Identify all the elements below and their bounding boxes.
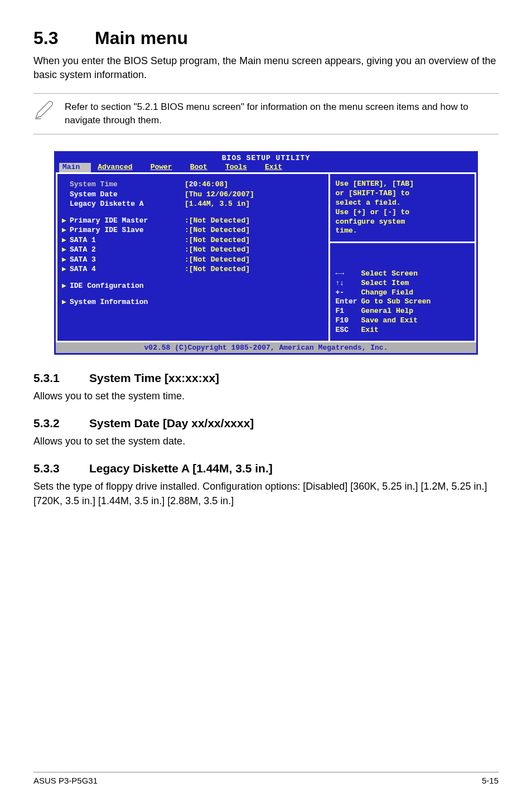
section-title-text: Main menu xyxy=(95,28,188,48)
help-text: Use [+] or [-] to xyxy=(336,208,469,218)
help-key-row: +-Change Field xyxy=(336,288,469,298)
intro-paragraph: When you enter the BIOS Setup program, t… xyxy=(33,54,499,82)
bios-label: SATA 1 xyxy=(70,236,96,244)
bios-row-sata1[interactable]: ▶SATA 1 :[Not Detected] xyxy=(62,235,324,245)
bios-tab-tools[interactable]: Tools xyxy=(222,163,258,172)
bios-label: Primary IDE Slave xyxy=(70,226,144,234)
bios-row-system-date[interactable]: System Date [Thu 12/06/2007] xyxy=(62,190,324,200)
bios-row-sata2[interactable]: ▶SATA 2 :[Not Detected] xyxy=(62,245,324,255)
bios-row-system-info[interactable]: ▶System Information xyxy=(62,297,324,307)
section-number: 5.3 xyxy=(33,28,95,49)
subsection-heading: 5.3.2System Date [Day xx/xx/xxxx] xyxy=(33,417,499,430)
bios-row-legacy-diskette[interactable]: Legacy Diskette A [1.44M, 3.5 in] xyxy=(62,199,324,209)
note-pen-icon xyxy=(33,100,54,123)
bios-row-system-time[interactable]: System Time [20:46:08] xyxy=(62,180,324,190)
bios-row-primary-ide-slave[interactable]: ▶Primary IDE Slave :[Not Detected] xyxy=(62,225,324,235)
help-key-row: F10Save and Exit xyxy=(336,316,469,326)
help-key-row: F1General Help xyxy=(336,307,469,316)
bios-label: System Date xyxy=(70,190,118,199)
subsection-desc: Allows you to set the system date. xyxy=(33,434,499,448)
bios-label: SATA 4 xyxy=(70,265,96,273)
arrows-ud-icon: ↑↓ xyxy=(336,279,361,288)
bios-main-panel: System Time [20:46:08] System Date [Thu … xyxy=(56,174,330,342)
page-footer: ASUS P3-P5G31 5-15 xyxy=(33,772,499,785)
submenu-triangle-icon: ▶ xyxy=(62,216,70,226)
bios-tab-exit[interactable]: Exit xyxy=(262,163,293,172)
submenu-triangle-icon: ▶ xyxy=(62,235,70,245)
submenu-triangle-icon: ▶ xyxy=(62,264,70,274)
bios-tab-power[interactable]: Power xyxy=(147,163,183,172)
bios-tab-main[interactable]: Main xyxy=(59,163,91,172)
help-key-row: ESCExit xyxy=(336,326,469,335)
bios-value: :[Not Detected] xyxy=(185,255,324,265)
bios-label: SATA 3 xyxy=(70,255,96,264)
submenu-triangle-icon: ▶ xyxy=(62,245,70,255)
bios-value: :[Not Detected] xyxy=(185,216,324,226)
note-block: Refer to section "5.2.1 BIOS menu screen… xyxy=(33,93,499,134)
arrows-lr-icon: ←→ xyxy=(336,269,361,279)
enter-key-label: Enter xyxy=(336,297,361,307)
subsection-desc: Sets the type of floppy drive installed.… xyxy=(33,480,499,508)
submenu-triangle-icon: ▶ xyxy=(62,225,70,235)
help-text: or [SHIFT-TAB] to xyxy=(336,189,469,199)
bios-value: [1.44M, 3.5 in] xyxy=(185,199,324,209)
bios-copyright-footer: v02.58 (C)Copyright 1985-2007, American … xyxy=(56,342,476,353)
bios-value: :[Not Detected] xyxy=(185,235,324,245)
bios-row-sata3[interactable]: ▶SATA 3 :[Not Detected] xyxy=(62,255,324,265)
footer-model: ASUS P3-P5G31 xyxy=(33,776,98,785)
section-heading: 5.3Main menu xyxy=(33,28,499,49)
bios-tab-advanced[interactable]: Advanced xyxy=(94,163,143,172)
plus-minus-icon: +- xyxy=(336,288,361,298)
help-key-row: ←→Select Screen xyxy=(336,269,469,279)
note-text: Refer to section "5.2.1 BIOS menu screen… xyxy=(65,100,499,127)
help-text: Use [ENTER], [TAB] xyxy=(336,180,469,189)
subsection-desc: Allows you to set the system time. xyxy=(33,389,499,403)
f10-key-label: F10 xyxy=(336,316,361,326)
bios-tab-bar: Main Advanced Power Boot Tools Exit xyxy=(56,163,476,174)
bios-label: Legacy Diskette A xyxy=(70,200,144,208)
submenu-triangle-icon: ▶ xyxy=(62,281,70,291)
submenu-triangle-icon: ▶ xyxy=(62,297,70,307)
subsection-heading: 5.3.3Legacy Diskette A [1.44M, 3.5 in.] xyxy=(33,462,499,475)
bios-label: IDE Configuration xyxy=(70,282,144,290)
bios-value: :[Not Detected] xyxy=(185,225,324,235)
footer-page-number: 5-15 xyxy=(482,776,499,785)
subsection-heading: 5.3.1System Time [xx:xx:xx] xyxy=(33,371,499,385)
submenu-triangle-icon: ▶ xyxy=(62,255,70,265)
bios-label: SATA 2 xyxy=(70,245,96,254)
help-text: time. xyxy=(336,226,469,236)
bios-row-sata4[interactable]: ▶SATA 4 :[Not Detected] xyxy=(62,264,324,274)
bios-help-panel: Use [ENTER], [TAB] or [SHIFT-TAB] to sel… xyxy=(330,174,476,342)
bios-screenshot: BIOS SETUP UTILITY Main Advanced Power B… xyxy=(54,151,478,355)
help-text: configure system xyxy=(336,218,469,227)
bios-label: Primary IDE Master xyxy=(70,216,148,225)
bios-title: BIOS SETUP UTILITY xyxy=(56,153,476,163)
bios-label: System Time xyxy=(70,180,118,189)
help-text: select a field. xyxy=(336,199,469,208)
bios-value: [20:46:08] xyxy=(185,180,324,190)
help-key-row: EnterGo to Sub Screen xyxy=(336,297,469,307)
bios-row-ide-config[interactable]: ▶IDE Configuration xyxy=(62,281,324,291)
bios-row-primary-ide-master[interactable]: ▶Primary IDE Master :[Not Detected] xyxy=(62,216,324,226)
bios-value: :[Not Detected] xyxy=(185,264,324,274)
help-key-row: ↑↓Select Item xyxy=(336,279,469,288)
bios-tab-boot[interactable]: Boot xyxy=(187,163,219,172)
bios-value: :[Not Detected] xyxy=(185,245,324,255)
bios-value: [Thu 12/06/2007] xyxy=(185,190,324,200)
bios-label: System Information xyxy=(70,298,148,306)
f1-key-label: F1 xyxy=(336,307,361,316)
esc-key-label: ESC xyxy=(336,326,361,335)
